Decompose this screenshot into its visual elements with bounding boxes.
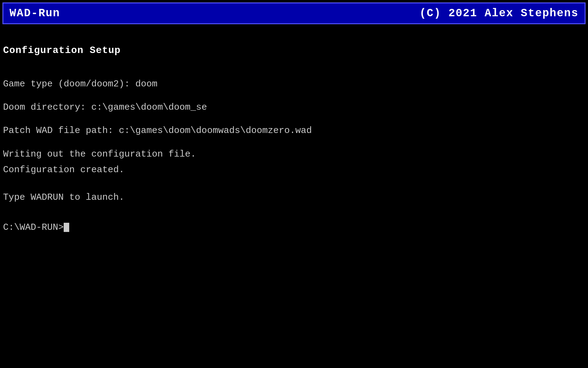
game-type-value: doom <box>135 79 157 89</box>
prompt-line: C:\WAD-RUN> <box>3 220 585 235</box>
status-line-1: Writing out the configuration file. <box>3 146 585 162</box>
cursor-block <box>64 223 69 232</box>
doom-directory-label: Doom directory: <box>3 102 86 112</box>
doom-directory-value: c:\games\doom\doom_se <box>91 102 207 112</box>
main-content: Configuration Setup Game type (doom/doom… <box>0 24 588 241</box>
doom-directory-line: Doom directory: c:\games\doom\doom_se <box>3 100 585 115</box>
status-section: Writing out the configuration file. Conf… <box>3 146 585 178</box>
app-title: WAD-Run <box>9 7 60 20</box>
patch-wad-value: c:\games\doom\doomwads\doomzero.wad <box>119 125 312 136</box>
game-type-line: Game type (doom/doom2): doom <box>3 77 585 91</box>
copyright-text: (C) 2021 Alex Stephens <box>420 7 579 20</box>
launch-instruction: Type WADRUN to launch. <box>3 190 585 205</box>
game-type-label: Game type (doom/doom2): <box>3 79 130 89</box>
status-line-2: Configuration created. <box>3 162 585 178</box>
prompt-text: C:\WAD-RUN> <box>3 222 64 233</box>
section-title: Configuration Setup <box>3 43 585 58</box>
patch-wad-line: Patch WAD file path: c:\games\doom\doomw… <box>3 123 585 138</box>
title-bar: WAD-Run (C) 2021 Alex Stephens <box>2 2 586 24</box>
patch-wad-label: Patch WAD file path: <box>3 125 113 136</box>
